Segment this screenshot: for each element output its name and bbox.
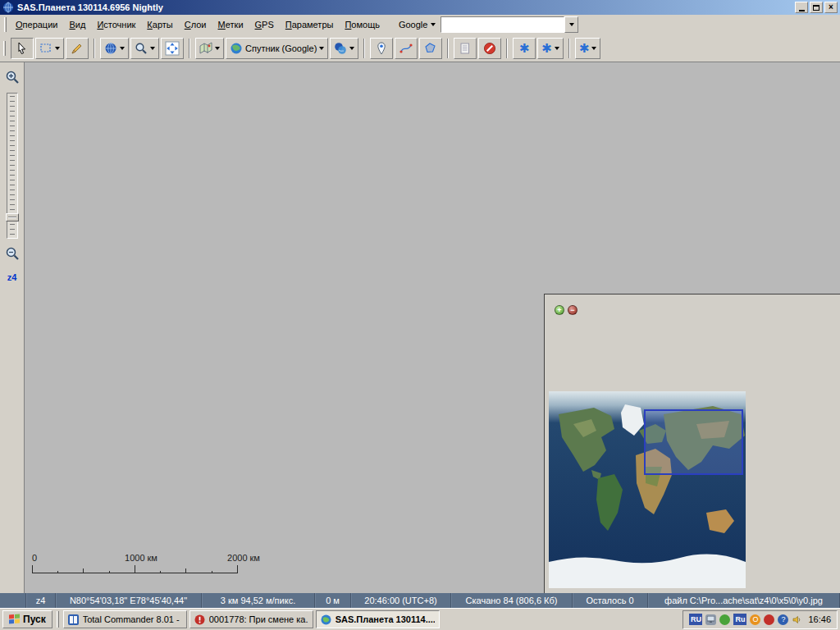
map-viewport[interactable]: 0 1000 км 2000 км [25,62,840,593]
content-area: z4 0 1000 км 2000 км [0,62,840,593]
status-coordinates: N80°54'03,18" E78°45'40,44" [56,593,202,608]
minimap-controls: + − [555,305,578,315]
globe-stack-icon [334,42,347,55]
menu-view[interactable]: Вид [63,17,91,32]
taskbar: Пуск Total Commander 8.01 - ... 0001778:… [0,608,840,630]
toolbar-separator [568,39,570,58]
status-time: 20:46:00 (UTC+8) [351,593,451,608]
placemark-pin-icon [375,42,388,55]
whole-map-button[interactable] [100,38,129,59]
placemark-button[interactable] [370,38,393,59]
desktop: SAS.Планета 130114.6956 Nightly × Операц… [0,0,840,630]
gps-track-button[interactable]: ✱ [537,38,564,59]
minimap-zoom-out-icon[interactable]: − [568,305,578,315]
tray-red-icon[interactable] [764,614,774,625]
total-commander-icon [68,614,80,625]
search-combobox [441,16,578,33]
status-scale: 3 км 94,52 м/пикс. [202,593,315,608]
search-input[interactable] [441,16,564,33]
status-remaining: Осталось 0 [573,593,648,608]
menu-gps[interactable]: GPS [249,17,280,32]
scale-ruler [32,564,278,574]
taskbar-task-sas-planet[interactable]: SAS.Планета 130114.... [316,610,440,628]
selection-tool-button[interactable] [35,38,64,59]
minimap-view-rectangle[interactable] [644,409,743,475]
titlebar[interactable]: SAS.Планета 130114.6956 Nightly × [0,0,840,15]
menu-source[interactable]: Источник [91,17,141,32]
menu-maps[interactable]: Карты [141,17,178,32]
globe-icon [230,42,243,55]
zoom-sidebar: z4 [0,62,25,593]
maximize-button[interactable] [810,2,823,13]
menu-placemarks[interactable]: Метки [212,17,249,32]
chevron-down-icon [349,47,354,50]
zoom-tool-button[interactable] [130,38,159,59]
menu-operations[interactable]: Операции [10,17,63,32]
bugtracker-icon [194,614,206,625]
zoom-out-button[interactable] [5,246,20,262]
tray-orange-icon[interactable]: O [750,614,760,625]
gps-options-button[interactable]: ✱ [575,38,601,59]
stop-download-button[interactable] [478,38,501,59]
chevron-down-icon [120,47,125,50]
toolbar-grip[interactable] [3,41,6,56]
toolbar-grip[interactable] [4,17,7,32]
language-indicator[interactable]: RU [689,614,702,625]
menu-layers[interactable]: Слои [179,17,212,32]
system-tray: RU Ru O ? 16:46 [682,610,838,629]
app-icon [2,2,14,13]
layers-globe-button[interactable] [330,38,358,59]
fit-to-screen-button[interactable] [161,38,184,59]
volume-icon[interactable] [792,614,802,625]
minimize-button[interactable] [795,2,808,13]
toolbar-separator [363,39,365,58]
sas-planet-icon [321,614,332,625]
cursor-tool-button[interactable] [11,38,34,59]
gps-connect-button[interactable]: ✱ [513,38,536,59]
scale-label-mid: 1000 км [125,553,158,563]
menubar: Операции Вид Источник Карты Слои Метки G… [0,15,840,34]
menu-help[interactable]: Помощь [339,17,386,32]
window-title: SAS.Планета 130114.6956 Nightly [17,2,163,12]
punto-switcher-indicator[interactable]: Ru [733,614,746,625]
cursor-icon [16,42,29,55]
scale-bar: 0 1000 км 2000 км [32,553,278,576]
search-history-dropdown[interactable] [564,16,578,33]
chevron-down-icon [555,47,559,50]
minimap-zoom-in-icon[interactable]: + [555,305,564,315]
polygon-tool-button[interactable] [419,38,442,59]
taskbar-task-total-commander[interactable]: Total Commander 8.01 - ... [63,610,187,628]
minimap-world-map[interactable] [549,391,746,588]
map-source-label: Спутник (Google) [245,43,317,53]
magnifier-icon [135,42,148,55]
zoom-in-button[interactable] [5,70,20,86]
document-icon [459,42,472,55]
start-label: Пуск [23,614,46,625]
display-icon[interactable] [705,614,716,625]
gps-satellite-icon: ✱ [541,42,552,54]
menu-settings[interactable]: Параметры [280,17,340,32]
status-elevation: 0 м [315,593,351,608]
chevron-down-icon [431,23,436,26]
expand-arrows-icon [165,41,180,56]
path-tool-button[interactable] [395,38,418,59]
map-source-button[interactable]: Спутник (Google) [226,38,328,59]
minimap-panel[interactable]: + − [544,294,840,593]
task-label: SAS.Планета 130114.... [336,614,435,624]
antivirus-icon[interactable] [719,614,730,625]
task-label: Total Commander 8.01 - ... [83,614,182,624]
taskbar-clock[interactable]: 16:46 [808,614,831,624]
zoom-slider-handle[interactable] [6,213,19,221]
search-engine-dropdown[interactable]: Google [394,17,441,32]
main-toolbar: Спутник (Google) [0,34,840,62]
cached-maps-button[interactable] [195,38,224,59]
download-manager-button[interactable] [454,38,477,59]
pencil-icon [71,42,84,55]
tray-blue-icon[interactable]: ? [778,614,788,625]
close-button[interactable]: × [824,2,838,13]
taskbar-task-bugtracker[interactable]: 0001778: При смене ка... [189,610,313,628]
measure-ruler-button[interactable] [66,38,89,59]
start-button[interactable]: Пуск [2,610,52,628]
zoom-slider[interactable] [7,93,18,239]
scale-label-start: 0 [32,553,37,563]
